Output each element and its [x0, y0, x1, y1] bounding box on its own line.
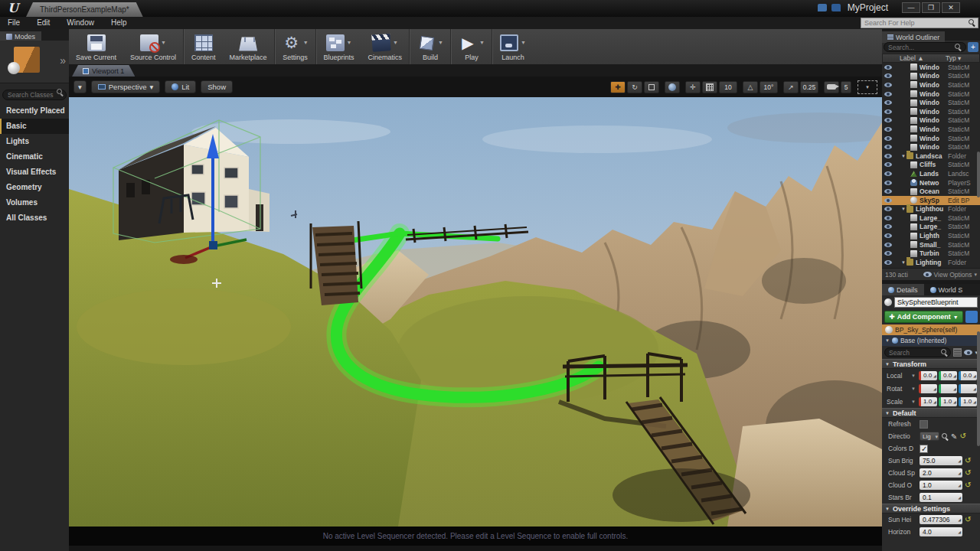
menu-item[interactable]: Help: [111, 17, 127, 29]
close-button[interactable]: ✕: [942, 2, 960, 13]
visibility-eye-icon[interactable]: [884, 73, 892, 78]
table-row[interactable]: ▼ Netwo PlayerS: [882, 178, 980, 187]
column-type[interactable]: Typ ▾: [946, 54, 979, 62]
lit-mode-button[interactable]: Lit: [165, 80, 196, 93]
feedback-icon[interactable]: [818, 4, 827, 11]
table-row[interactable]: ▼ Turbin StaticM: [882, 249, 980, 258]
create-folder-button[interactable]: +: [968, 42, 978, 52]
modes-category-item[interactable]: Cinematic: [0, 149, 69, 165]
table-row[interactable]: ▼ Landsca Folder: [882, 152, 980, 161]
scale-y-field[interactable]: 1.0: [939, 397, 957, 406]
visibility-eye-icon[interactable]: [884, 198, 892, 203]
map-tab[interactable]: ThirdPersonExampleMap*: [26, 2, 143, 17]
visibility-eye-icon[interactable]: [884, 154, 892, 158]
add-component-button[interactable]: ✚ Add Component ▼: [884, 311, 963, 323]
visibility-eye-icon[interactable]: [884, 65, 892, 70]
toolbar-button[interactable]: ▼ Build: [410, 29, 451, 64]
visibility-eye-icon[interactable]: [884, 224, 892, 229]
location-z-field[interactable]: 0.0: [959, 371, 977, 380]
help-search-input[interactable]: [861, 18, 978, 28]
chevron-down-icon[interactable]: ▼: [911, 373, 916, 378]
modes-category-item[interactable]: Recently Placed: [0, 103, 69, 119]
toolbar-button[interactable]: ▼ Save Current: [69, 29, 123, 64]
restore-button[interactable]: ❐: [922, 2, 940, 13]
viewport-scene[interactable]: [69, 97, 882, 527]
expander-arrow-icon[interactable]: ▼: [901, 154, 906, 158]
table-row[interactable]: ▼ Windo StaticM: [882, 107, 980, 116]
tab-world-outliner[interactable]: World Outliner: [882, 31, 945, 43]
outliner-scrollbar[interactable]: [977, 152, 980, 197]
reset-to-default-icon[interactable]: ↺: [965, 481, 971, 489]
directional-light-picker[interactable]: Lig: [920, 432, 939, 441]
menu-item[interactable]: Window: [67, 17, 94, 29]
component-row-base[interactable]: ▼ Base (Inherited): [882, 335, 980, 346]
outliner-search-input[interactable]: [884, 42, 966, 52]
table-row[interactable]: ▼ Large_ StaticM: [882, 214, 980, 223]
camera-speed-button[interactable]: [824, 81, 839, 93]
component-row-self[interactable]: BP_Sky_Sphere(self): [882, 324, 980, 335]
table-row[interactable]: ▼ Lighting Folder: [882, 258, 980, 267]
visibility-eye-icon[interactable]: [884, 92, 892, 96]
table-row[interactable]: ▼ Windo StaticM: [882, 98, 980, 107]
toolbar-button[interactable]: ▼ Launch: [493, 29, 533, 64]
visibility-eye-icon[interactable]: [884, 189, 892, 194]
chevron-down-icon[interactable]: ▼: [911, 386, 916, 391]
visibility-eye-icon[interactable]: [884, 233, 892, 238]
browse-icon[interactable]: [942, 433, 949, 440]
tab-viewport[interactable]: Viewport 1: [72, 65, 135, 77]
modes-category-item[interactable]: Volumes: [0, 195, 69, 210]
table-row[interactable]: ▼ Lighthou Folder: [882, 205, 980, 214]
modes-category-item[interactable]: Lights: [0, 134, 69, 149]
table-row[interactable]: ▼ Cliffs StaticM: [882, 161, 980, 170]
reset-to-default-icon[interactable]: ↺: [959, 432, 965, 440]
table-row[interactable]: ▼ SkySp Edit BP: [882, 196, 980, 205]
rotate-tool-button[interactable]: ↻: [627, 81, 642, 93]
section-default[interactable]: ▼Default: [882, 408, 980, 418]
rotation-snap-button[interactable]: △: [743, 81, 758, 93]
cloud-speed-field[interactable]: 2.0: [920, 468, 962, 478]
scale-tool-button[interactable]: [644, 81, 659, 93]
show-button[interactable]: Show: [201, 80, 233, 93]
edit-blueprint-button[interactable]: [965, 311, 978, 323]
modes-category-item[interactable]: Visual Effects: [0, 165, 69, 180]
toolbar-button[interactable]: ▼ Cinematics: [361, 29, 410, 64]
section-transform[interactable]: ▼Transform: [882, 359, 980, 369]
visibility-eye-icon[interactable]: [884, 118, 892, 122]
chevron-down-icon[interactable]: ▼: [911, 399, 916, 404]
table-row[interactable]: ▼ Lands Landsc: [882, 169, 980, 178]
modes-category-item[interactable]: All Classes: [0, 210, 69, 226]
reset-to-default-icon[interactable]: ↺: [965, 516, 971, 523]
grid-snap-button[interactable]: [702, 81, 717, 93]
rotation-snap-value[interactable]: 10°: [760, 81, 778, 93]
table-row[interactable]: ▼ Windo StaticM: [882, 142, 980, 152]
camera-speed-value[interactable]: 5: [841, 81, 851, 93]
chevron-down-icon[interactable]: ▼: [161, 40, 166, 45]
scale-x-field[interactable]: 1.0: [919, 397, 937, 406]
table-row[interactable]: ▼ Ocean StaticM: [882, 187, 980, 196]
grid-snap-value[interactable]: 10: [719, 81, 737, 93]
tab-details[interactable]: Details: [882, 284, 924, 295]
expander-arrow-icon[interactable]: ▼: [901, 260, 906, 265]
translate-tool-button[interactable]: ✚: [610, 81, 626, 93]
toolbar-button[interactable]: ▼ Content: [185, 29, 223, 64]
world-coordinate-button[interactable]: [665, 81, 680, 93]
scale-snap-button[interactable]: ↗: [783, 81, 799, 93]
chevron-down-icon[interactable]: ▼: [303, 40, 309, 45]
visibility-eye-icon[interactable]: [884, 207, 892, 211]
expander-arrow-icon[interactable]: ▼: [885, 338, 890, 343]
modes-category-item[interactable]: Geometry: [0, 180, 69, 195]
visibility-eye-icon[interactable]: [884, 162, 892, 167]
table-row[interactable]: ▼ Windo StaticM: [882, 134, 980, 143]
expander-arrow-icon[interactable]: ▼: [901, 207, 906, 211]
maximize-viewport-button[interactable]: ▾: [858, 80, 877, 94]
stars-brightness-field[interactable]: 0.1: [920, 493, 962, 502]
view-options-eye-icon[interactable]: [964, 350, 972, 355]
menu-item[interactable]: Edit: [37, 17, 50, 29]
chevron-down-icon[interactable]: ▼: [521, 40, 526, 45]
viewport-options-button[interactable]: ▾: [74, 80, 87, 93]
visibility-eye-icon[interactable]: [884, 243, 892, 247]
table-row[interactable]: ▼ Windo StaticM: [882, 63, 980, 72]
colors-checkbox[interactable]: [920, 445, 928, 453]
visibility-eye-icon[interactable]: [884, 171, 892, 176]
column-label[interactable]: Label ▲: [883, 54, 946, 62]
